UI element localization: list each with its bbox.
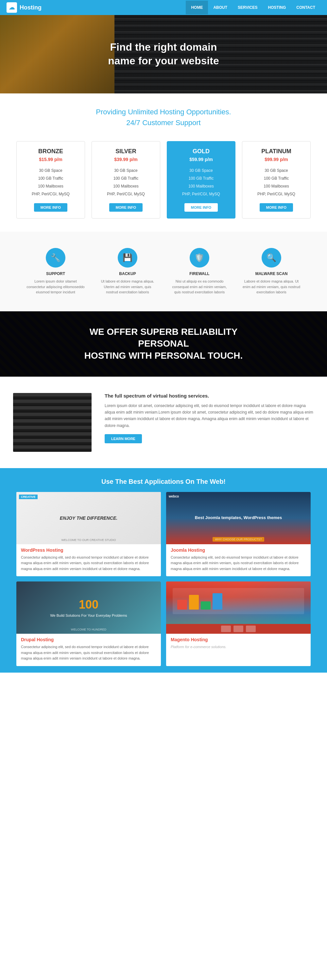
magento-desc: Platform for e-commerce solutions. [171,644,306,650]
malware-title: MALWARE SCAN [242,272,301,276]
platinum-more-btn[interactable]: MORE INFO [260,203,293,212]
pricing-platinum: PLATINUM $99.99 p/m 30 GB Space 100 GB T… [242,141,311,218]
magento-thumbnail [166,581,311,634]
apps-title: Use The Best Applications On The Web! [6,478,321,485]
bronze-more-btn[interactable]: MORE INFO [34,203,67,212]
support-text: Lorem ipsum dolor sitamet consectetur ad… [26,278,85,295]
features-section: 🔧 SUPPORT Lorem ipsum dolor sitamet cons… [0,232,327,311]
silver-more-btn[interactable]: MORE INFO [109,203,143,212]
drupal-thumb-bg: 100 We Build Solutions For Your Everyday… [16,581,161,634]
firewall-text: Nisi ut aliquip ex ea commodo consequat … [170,278,229,295]
gold-name: GOLD [172,148,230,155]
gold-features: 30 GB Space 100 GB Traffic 100 Mailboxes… [172,167,230,198]
nav-contact[interactable]: CONTACT [291,1,321,14]
drupal-title: Drupal Hosting [21,637,156,642]
pricing-gold: GOLD $59.99 p/m 30 GB Space 100 GB Traff… [167,141,235,218]
bronze-features: 30 GB Space 100 GB Traffic 100 Mailboxes… [22,167,80,198]
backup-text: Ut labore et dolore magna aliqua. Uterim… [98,278,157,295]
pricing-section: BRONZE $15.99 p/m 30 GB Space 100 GB Tra… [0,135,327,232]
hero-text: Find the right domain name for your webs… [108,40,219,68]
virtual-content: The full spectrum of virtual hosting ser… [105,393,314,444]
firewall-icon: 🛡️ [190,248,209,267]
platinum-price: $99.99 p/m [247,157,305,162]
nav-hosting[interactable]: HOSTING [263,1,291,14]
virtual-section: The full spectrum of virtual hosting ser… [0,377,327,468]
feature-firewall: 🛡️ FIREWALL Nisi ut aliquip ex ea commod… [164,245,235,298]
apps-section: Use The Best Applications On The Web! CR… [0,468,327,673]
wordpress-sub: WELCOME TO OUR CREATIVE STUDIO [61,538,116,542]
wordpress-thumb-bg: CREATIVE ENJOY THE DIFFERENCE. WELCOME T… [16,492,161,544]
creative-badge: CREATIVE [19,495,38,499]
banner-text: WE OFFER SUPERB RELIABILITY PERSONAL HOS… [65,326,262,362]
bronze-price: $15.99 p/m [22,157,80,162]
silver-price: $39.99 p/m [97,157,155,162]
site-name: Hosting [20,4,41,11]
joomla-thumb-text: Best Joomla templates, WordPress themes [195,515,282,521]
joomla-thumb-bg: webco Best Joomla templates, WordPress t… [166,492,311,544]
platinum-name: PLATINUM [247,148,305,155]
drupal-desc: Consectetur adipiscing elit, sed do eius… [21,644,156,662]
feature-backup: 💾 BACKUP Ut labore et dolore magna aliqu… [92,245,164,298]
support-title: SUPPORT [26,272,85,276]
silver-name: SILVER [97,148,155,155]
joomla-info: Joomla Hosting Consectetur adipiscing el… [166,544,311,577]
joomla-desc: Consectetur adipiscing elit, sed do eius… [171,555,306,572]
joomla-sub: WHY CHOOSE OUR PRODUCTS? [212,537,265,542]
logo-icon: ☁ [6,2,17,13]
magento-thumb-bg [166,581,311,634]
feature-malware: 🔍 MALWARE SCAN Labore et dolore magna al… [235,245,307,298]
virtual-body: Lorem ipsum dolor sit amet, consectetur … [105,402,314,429]
joomla-thumbnail: webco Best Joomla templates, WordPress t… [166,492,311,544]
section-intro: Providing Unlimited Hosting Opportunitie… [0,94,327,135]
gold-price: $59.99 p/m [172,157,230,162]
drupal-thumb-text: We Build Solutions For Your Everyday Pro… [47,614,130,617]
virtual-title: The full spectrum of virtual hosting ser… [105,393,314,399]
app-wordpress: CREATIVE ENJOY THE DIFFERENCE. WELCOME T… [16,492,161,577]
backup-icon: 💾 [118,248,137,267]
pricing-silver: SILVER $39.99 p/m 30 GB Space 100 GB Tra… [92,141,160,218]
hero-title: Find the right domain name for your webs… [108,40,219,68]
nav-home[interactable]: HOME [186,1,208,14]
wordpress-desc: Consectetur adipiscing elit, sed do eius… [21,555,156,572]
app-drupal: 100 We Build Solutions For Your Everyday… [16,581,161,666]
gold-more-btn[interactable]: MORE INFO [184,203,218,212]
malware-text: Labore et dolore magna aliqua. Ut enim a… [242,278,301,295]
banner-section: WE OFFER SUPERB RELIABILITY PERSONAL HOS… [0,311,327,377]
joomla-title: Joomla Hosting [171,547,306,553]
drupal-100: 100 [79,598,99,611]
drupal-info: Drupal Hosting Consectetur adipiscing el… [16,634,161,666]
silver-features: 30 GB Space 100 GB Traffic 100 Mailboxes… [97,167,155,198]
intro-text: Providing Unlimited Hosting Opportunitie… [6,107,321,128]
apps-grid: CREATIVE ENJOY THE DIFFERENCE. WELCOME T… [16,492,311,667]
navigation: ☁ Hosting HOME ABOUT SERVICES HOSTING CO… [0,0,327,15]
pricing-bronze: BRONZE $15.99 p/m 30 GB Space 100 GB Tra… [16,141,85,218]
magento-bar [166,624,311,634]
wordpress-thumb-text: ENJOY THE DIFFERENCE. [53,515,124,521]
malware-icon: 🔍 [262,248,281,267]
virtual-image [13,393,92,452]
feature-support: 🔧 SUPPORT Lorem ipsum dolor sitamet cons… [20,245,92,298]
nav-services[interactable]: SERVICES [233,1,263,14]
drupal-sub: WELCOME TO HUNDRED [71,628,107,631]
wordpress-info: WordPress Hosting Consectetur adipiscing… [16,544,161,577]
wordpress-title: WordPress Hosting [21,547,156,553]
bronze-name: BRONZE [22,148,80,155]
nav-links: HOME ABOUT SERVICES HOSTING CONTACT [186,1,321,14]
webco-badge: webco [169,495,179,498]
support-icon: 🔧 [46,248,65,267]
hero-section: Find the right domain name for your webs… [0,15,327,94]
app-magento: Magento Hosting Platform for e-commerce … [166,581,311,666]
magento-title: Magento Hosting [171,637,306,642]
hero-bg-left [0,15,115,94]
backup-title: BACKUP [98,272,157,276]
nav-about[interactable]: ABOUT [208,1,233,14]
learn-more-btn[interactable]: LEARN MORE [105,434,142,443]
firewall-title: FIREWALL [170,272,229,276]
wordpress-thumbnail: CREATIVE ENJOY THE DIFFERENCE. WELCOME T… [16,492,161,544]
platinum-features: 30 GB Space 100 GB Traffic 100 Mailboxes… [247,167,305,198]
app-joomla: webco Best Joomla templates, WordPress t… [166,492,311,577]
site-logo: ☁ Hosting [6,2,41,13]
drupal-thumbnail: 100 We Build Solutions For Your Everyday… [16,581,161,634]
magento-info: Magento Hosting Platform for e-commerce … [166,634,311,655]
